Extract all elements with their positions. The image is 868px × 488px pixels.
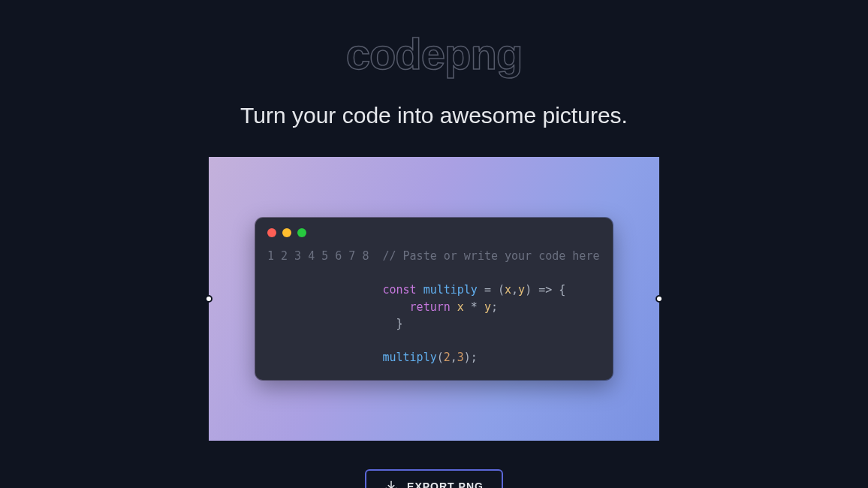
close-icon — [267, 228, 276, 237]
app-logo: codepng — [346, 29, 523, 79]
code-editor[interactable]: 1 2 3 4 5 6 7 8 // Paste or write your c… — [267, 248, 601, 366]
window-traffic-lights — [267, 228, 601, 237]
minimize-icon — [282, 228, 291, 237]
preview-canvas[interactable]: 1 2 3 4 5 6 7 8 // Paste or write your c… — [209, 157, 659, 441]
tagline: Turn your code into awesome pictures. — [240, 103, 628, 128]
code-content[interactable]: // Paste or write your code here const m… — [382, 248, 601, 366]
code-window: 1 2 3 4 5 6 7 8 // Paste or write your c… — [255, 218, 613, 380]
export-label: EXPORT PNG — [407, 480, 484, 488]
line-gutter: 1 2 3 4 5 6 7 8 — [267, 248, 382, 366]
maximize-icon — [297, 228, 306, 237]
preview-wrapper: 1 2 3 4 5 6 7 8 // Paste or write your c… — [209, 157, 659, 441]
export-png-button[interactable]: EXPORT PNG — [365, 469, 503, 488]
resize-handle-left[interactable] — [205, 295, 212, 303]
download-icon — [384, 480, 398, 488]
resize-handle-right[interactable] — [656, 295, 663, 303]
